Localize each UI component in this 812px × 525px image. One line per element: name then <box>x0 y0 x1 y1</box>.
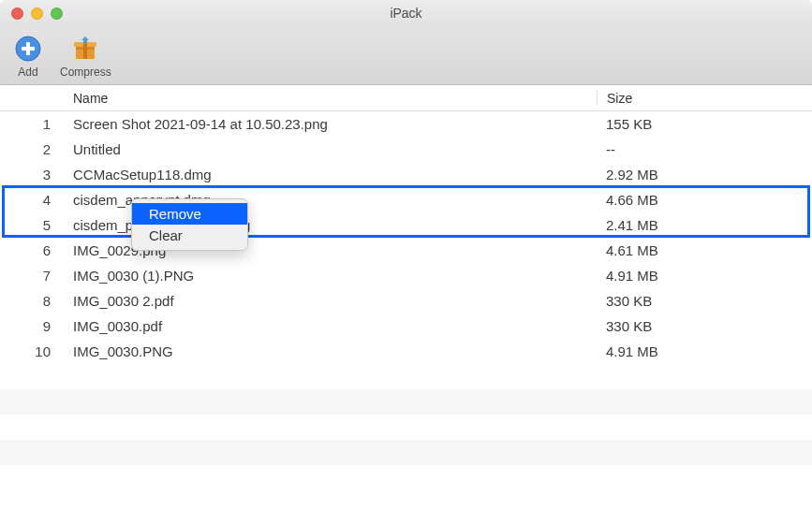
row-name: IMG_0030.pdf <box>66 318 597 334</box>
minimize-icon[interactable] <box>31 7 43 20</box>
table-row[interactable]: 10 IMG_0030.PNG 4.91 MB <box>0 339 812 364</box>
row-index: 9 <box>0 318 66 334</box>
column-header-size[interactable]: Size <box>597 91 812 106</box>
table-row[interactable]: 7 IMG_0030 (1).PNG 4.91 MB <box>0 263 812 288</box>
window-title: iPack <box>0 6 812 21</box>
titlebar[interactable]: iPack <box>0 0 812 26</box>
row-index: 3 <box>0 167 66 182</box>
column-header-name[interactable]: Name <box>66 91 597 106</box>
compress-icon <box>70 34 100 64</box>
row-size: 4.66 MB <box>597 192 812 208</box>
row-size: 155 KB <box>597 116 812 132</box>
table-row[interactable]: 9 IMG_0030.pdf 330 KB <box>0 314 812 339</box>
row-index: 1 <box>0 116 66 132</box>
row-name: CCMacSetup118.dmg <box>66 167 597 182</box>
row-size: 330 KB <box>597 318 812 334</box>
row-size: 4.91 MB <box>597 343 812 359</box>
add-button[interactable]: Add <box>13 34 43 79</box>
row-name: IMG_0030 2.pdf <box>66 293 597 309</box>
table-row[interactable]: 8 IMG_0030 2.pdf 330 KB <box>0 288 812 314</box>
table-row[interactable]: 6 IMG_0029.png 4.61 MB <box>0 238 812 263</box>
close-icon[interactable] <box>11 7 23 20</box>
row-index: 8 <box>0 293 66 309</box>
table-body: 1 Screen Shot 2021-09-14 at 10.50.23.png… <box>0 111 812 490</box>
add-label: Add <box>18 66 37 79</box>
row-size: 2.41 MB <box>597 217 812 233</box>
table-row[interactable]: 4 cisdem_appcrypt.dmg 4.66 MB <box>0 187 812 212</box>
row-index: 2 <box>0 141 66 157</box>
row-index: 7 <box>0 268 66 284</box>
window-controls <box>11 7 63 20</box>
table-row[interactable]: 2 Untitled -- <box>0 137 812 162</box>
row-name: Untitled <box>66 141 597 157</box>
svg-rect-2 <box>22 47 35 51</box>
table-header: Name Size <box>0 85 812 111</box>
context-menu: Remove Clear <box>131 198 248 251</box>
table-row[interactable]: 5 cisdem_pdfcompiler (1).dmg 2.41 MB <box>0 212 812 238</box>
context-menu-clear[interactable]: Clear <box>132 225 247 246</box>
compress-button[interactable]: Compress <box>60 34 111 79</box>
row-size: 2.92 MB <box>597 167 812 182</box>
svg-rect-6 <box>83 42 87 59</box>
row-size: 330 KB <box>597 293 812 309</box>
filler-rows <box>0 364 812 490</box>
row-index: 10 <box>0 343 66 359</box>
row-name: IMG_0030 (1).PNG <box>66 268 597 284</box>
row-size: 4.91 MB <box>597 268 812 284</box>
row-index: 5 <box>0 217 66 233</box>
app-window: iPack Add Comp <box>0 0 812 525</box>
row-size: 4.61 MB <box>597 242 812 258</box>
row-size: -- <box>597 141 812 157</box>
table-row[interactable]: 1 Screen Shot 2021-09-14 at 10.50.23.png… <box>0 111 812 137</box>
row-name: IMG_0030.PNG <box>66 343 597 359</box>
table-row[interactable]: 3 CCMacSetup118.dmg 2.92 MB <box>0 162 812 187</box>
row-name: Screen Shot 2021-09-14 at 10.50.23.png <box>66 116 597 132</box>
row-index: 6 <box>0 242 66 258</box>
row-index: 4 <box>0 192 66 208</box>
toolbar: Add Compress <box>0 26 812 85</box>
context-menu-remove[interactable]: Remove <box>132 203 247 225</box>
add-icon <box>13 34 43 64</box>
maximize-icon[interactable] <box>51 7 63 20</box>
compress-label: Compress <box>60 66 111 79</box>
